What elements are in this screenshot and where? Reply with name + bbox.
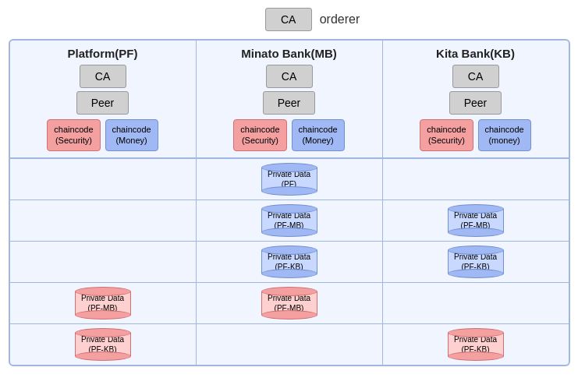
org-title-pf: Platform(PF) xyxy=(15,47,191,60)
chaincode-money-pf: chaincode(Money) xyxy=(105,119,158,151)
orderer-ca-box: CA xyxy=(265,8,312,31)
chaincode-money-mb: chaincode(Money) xyxy=(292,119,345,151)
cylinder-pfkb-kb-bottom xyxy=(448,269,504,278)
ca-peer-block-mb: CA Peer xyxy=(201,65,378,115)
cylinder-pfmb-kb-top xyxy=(448,204,504,214)
data-cell-4-2: Private Data(PF-MB) xyxy=(197,283,383,323)
cylinder-pfkb-kb2-top xyxy=(448,328,504,337)
cylinder-pfmb-pf-top xyxy=(75,287,131,296)
cylinder-pfmb-mb: Private Data(PF-MB) xyxy=(261,204,317,237)
data-cell-1-2: Private Data(PF) xyxy=(197,159,383,200)
cylinder-pfkb-kb: Private Data(PF-KB) xyxy=(448,245,504,278)
data-cell-4-1: Private Data(PF-MB) xyxy=(10,283,197,323)
cylinder-pfkb-pf: Private Data(PF-KB) xyxy=(75,328,131,361)
data-cell-2-2: Private Data(PF-MB) xyxy=(197,200,383,241)
orderer-label: orderer xyxy=(320,12,360,26)
chaincode-security-mb: chaincode(Security) xyxy=(233,119,286,151)
data-cell-5-2 xyxy=(197,324,383,365)
ca-peer-block-pf: CA Peer xyxy=(15,65,191,115)
cylinder-pfkb-pf-bottom xyxy=(75,351,131,361)
cylinder-pfmb-pf: Private Data(PF-MB) xyxy=(75,287,131,320)
data-cell-2-3: Private Data(PF-MB) xyxy=(383,200,569,241)
chaincode-money-kb: chaincode(money) xyxy=(478,119,531,151)
cylinder-pfmb-mb2: Private Data(PF-MB) xyxy=(261,287,317,320)
chaincode-security-pf: chaincode(Security) xyxy=(47,119,100,151)
org-title-mb: Minato Bank(MB) xyxy=(201,47,378,60)
cylinder-pf: Private Data(PF) xyxy=(261,163,317,196)
chaincode-security-kb: chaincode(Security) xyxy=(420,119,473,151)
cylinder-pfmb-mb-bottom xyxy=(261,228,317,237)
org-title-kb: Kita Bank(KB) xyxy=(388,47,564,60)
data-row-5: Private Data(PF-KB) Private Data(PF-KB) xyxy=(10,323,569,365)
data-cell-3-1 xyxy=(10,242,197,282)
chaincode-row-kb: chaincode(Security) chaincode(money) xyxy=(388,119,564,151)
data-row-1: Private Data(PF) xyxy=(10,158,569,200)
org-col-kb: Kita Bank(KB) CA Peer chaincode(Security… xyxy=(383,41,569,157)
data-cell-1-3 xyxy=(383,159,569,200)
cylinder-pfkb-kb-top xyxy=(448,245,504,255)
data-rows-section: Private Data(PF) Private Data(PF-MB) xyxy=(10,158,569,365)
ca-box-pf: CA xyxy=(80,65,126,88)
cylinder-pfmb-pf-bottom xyxy=(75,310,131,320)
chaincode-row-pf: chaincode(Security) chaincode(Money) xyxy=(15,119,191,151)
cylinder-pfkb-kb2: Private Data(PF-KB) xyxy=(448,328,504,361)
cylinder-pf-top xyxy=(261,163,317,172)
data-cell-1-1 xyxy=(10,159,197,200)
cylinder-pfmb-kb: Private Data(PF-MB) xyxy=(448,204,504,237)
cylinder-pfkb-mb-top xyxy=(261,245,317,255)
orgs-container: Platform(PF) CA Peer chaincode(Security)… xyxy=(9,39,570,366)
cylinder-pfmb-mb2-top xyxy=(261,287,317,296)
cylinder-pfmb-mb2-bottom xyxy=(261,310,317,320)
org-col-mb: Minato Bank(MB) CA Peer chaincode(Securi… xyxy=(197,41,383,157)
peer-box-pf: Peer xyxy=(76,91,129,115)
peer-box-mb: Peer xyxy=(263,91,316,115)
data-cell-5-3: Private Data(PF-KB) xyxy=(383,324,569,365)
data-row-2: Private Data(PF-MB) Private Data(PF-MB) xyxy=(10,200,569,241)
cylinder-pfmb-mb-top xyxy=(261,204,317,214)
ca-peer-block-kb: CA Peer xyxy=(388,65,564,115)
cylinder-pfkb-kb2-bottom xyxy=(448,351,504,361)
chaincode-row-mb: chaincode(Security) chaincode(Money) xyxy=(201,119,378,151)
cylinder-pf-bottom xyxy=(261,186,317,196)
cylinder-pfkb-pf-top xyxy=(75,328,131,337)
cylinder-pfkb-mb-bottom xyxy=(261,269,317,278)
data-cell-2-1 xyxy=(10,200,197,241)
data-cell-5-1: Private Data(PF-KB) xyxy=(10,324,197,365)
main-container: CA orderer Platform(PF) CA Peer chaincod… xyxy=(0,0,578,392)
data-cell-3-2: Private Data(PF-KB) xyxy=(197,242,383,282)
org-col-pf: Platform(PF) CA Peer chaincode(Security)… xyxy=(10,41,197,157)
cylinder-pfkb-mb: Private Data(PF-KB) xyxy=(261,245,317,278)
peer-box-kb: Peer xyxy=(449,91,502,115)
data-cell-4-3 xyxy=(383,283,569,323)
cylinder-pfmb-kb-bottom xyxy=(448,228,504,237)
ca-box-kb: CA xyxy=(452,65,499,88)
org-headers: Platform(PF) CA Peer chaincode(Security)… xyxy=(10,41,569,158)
data-row-4: Private Data(PF-MB) Private Data(PF-MB) xyxy=(10,282,569,323)
ca-box-mb: CA xyxy=(266,65,313,88)
data-row-3: Private Data(PF-KB) Private Data(PF-KB) xyxy=(10,241,569,282)
data-cell-3-3: Private Data(PF-KB) xyxy=(383,242,569,282)
orderer-row: CA orderer xyxy=(55,8,570,31)
